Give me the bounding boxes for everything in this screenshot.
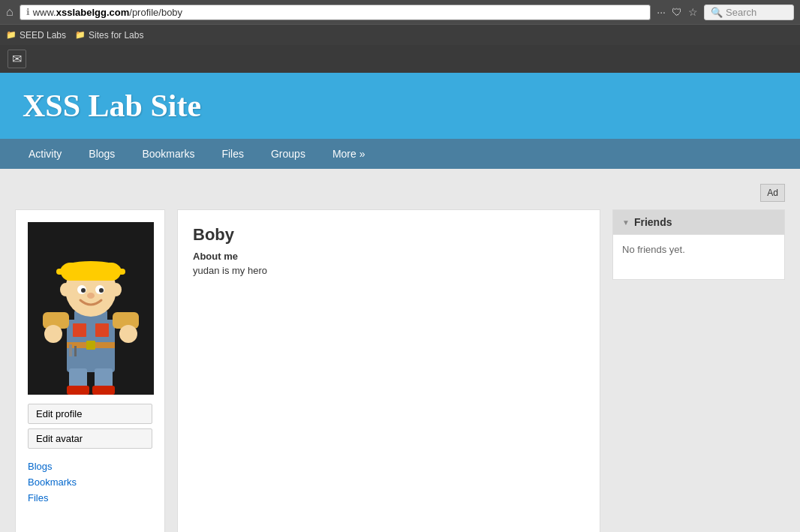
- folder-icon: 📁: [6, 30, 17, 40]
- profile-name: Boby: [193, 225, 585, 245]
- site-title: XSS Lab Site: [23, 88, 201, 124]
- edit-profile-button[interactable]: Edit profile: [28, 404, 152, 424]
- profile-middle-column: Boby About me yudan is my hero: [177, 209, 600, 532]
- search-icon: 🔍: [711, 7, 723, 18]
- site-toolbar: ✉: [0, 45, 800, 73]
- pocket-icon[interactable]: 🛡: [672, 6, 682, 18]
- address-text: www.xsslabelgg.com/profile/boby: [33, 7, 182, 18]
- svg-rect-3: [73, 323, 86, 337]
- friends-header: ▼ Friends: [613, 210, 784, 234]
- main-content: Ad: [0, 169, 800, 532]
- edit-avatar-button[interactable]: Edit avatar: [28, 428, 152, 449]
- friends-panel: ▼ Friends No friends yet.: [612, 209, 785, 280]
- svg-point-27: [60, 283, 71, 296]
- profile-link-files[interactable]: Files: [28, 492, 152, 503]
- svg-rect-4: [95, 323, 109, 337]
- triangle-icon: ▼: [622, 218, 630, 227]
- svg-rect-7: [69, 344, 72, 356]
- folder-icon-2: 📁: [75, 30, 86, 40]
- menu-dots-icon[interactable]: ···: [657, 6, 666, 18]
- info-icon: ℹ: [26, 7, 30, 17]
- site-nav: Activity Blogs Bookmarks Files Groups Mo…: [0, 139, 800, 169]
- profile-left-column: Edit profile Edit avatar Blogs Bookmarks…: [15, 209, 165, 532]
- bookmark-seed-label: SEED Labs: [20, 30, 66, 41]
- profile-link-blogs[interactable]: Blogs: [28, 461, 152, 472]
- browser-controls: ··· 🛡 ☆: [657, 6, 698, 18]
- nav-bookmarks[interactable]: Bookmarks: [128, 139, 208, 169]
- about-text: yudan is my hero: [193, 265, 585, 276]
- friends-title: Friends: [634, 216, 672, 228]
- svg-rect-21: [56, 269, 125, 275]
- site-header: XSS Lab Site: [0, 73, 800, 139]
- svg-point-26: [87, 293, 95, 299]
- email-icon[interactable]: ✉: [8, 50, 26, 68]
- svg-rect-8: [74, 346, 77, 356]
- profile-link-bookmarks[interactable]: Bookmarks: [28, 476, 152, 488]
- nav-activity[interactable]: Activity: [15, 139, 75, 169]
- bookmark-seed-labs[interactable]: 📁 SEED Labs: [6, 30, 66, 41]
- bookmarks-bar: 📁 SEED Labs 📁 Sites for Labs: [0, 24, 800, 45]
- bookmark-sites-for-labs[interactable]: 📁 Sites for Labs: [75, 30, 143, 41]
- nav-files[interactable]: Files: [208, 139, 257, 169]
- nav-blogs[interactable]: Blogs: [75, 139, 128, 169]
- svg-point-24: [81, 288, 86, 293]
- svg-rect-6: [86, 341, 95, 350]
- svg-rect-12: [92, 386, 115, 395]
- search-bar[interactable]: 🔍 Search: [704, 5, 794, 20]
- nav-groups[interactable]: Groups: [257, 139, 319, 169]
- profile-links: Blogs Bookmarks Files: [28, 461, 152, 503]
- search-label: Search: [726, 7, 756, 18]
- avatar-image: [28, 222, 154, 395]
- about-label: About me: [193, 251, 585, 262]
- svg-rect-11: [67, 386, 89, 395]
- top-bar: Ad: [15, 184, 785, 202]
- browser-toolbar: ⌂ ℹ www.xsslabelgg.com/profile/boby ··· …: [0, 0, 800, 24]
- profile-right-column: ▼ Friends No friends yet.: [612, 209, 785, 280]
- no-friends-text: No friends yet.: [622, 244, 775, 255]
- svg-point-15: [44, 325, 62, 343]
- domain-text: xsslabelgg.com: [56, 7, 130, 18]
- profile-layout: Edit profile Edit avatar Blogs Bookmarks…: [15, 209, 785, 532]
- friends-body: No friends yet.: [613, 234, 784, 279]
- home-icon[interactable]: ⌂: [6, 5, 14, 19]
- svg-point-25: [99, 288, 104, 293]
- address-bar[interactable]: ℹ www.xsslabelgg.com/profile/boby: [20, 5, 651, 20]
- svg-point-16: [119, 325, 137, 343]
- bookmark-star-icon[interactable]: ☆: [688, 6, 698, 18]
- browser-chrome: ⌂ ℹ www.xsslabelgg.com/profile/boby ··· …: [0, 0, 800, 45]
- nav-more[interactable]: More »: [319, 139, 379, 169]
- profile-avatar: [28, 222, 154, 395]
- bookmark-sites-label: Sites for Labs: [89, 30, 143, 41]
- add-button[interactable]: Ad: [760, 184, 785, 202]
- svg-point-28: [111, 283, 122, 296]
